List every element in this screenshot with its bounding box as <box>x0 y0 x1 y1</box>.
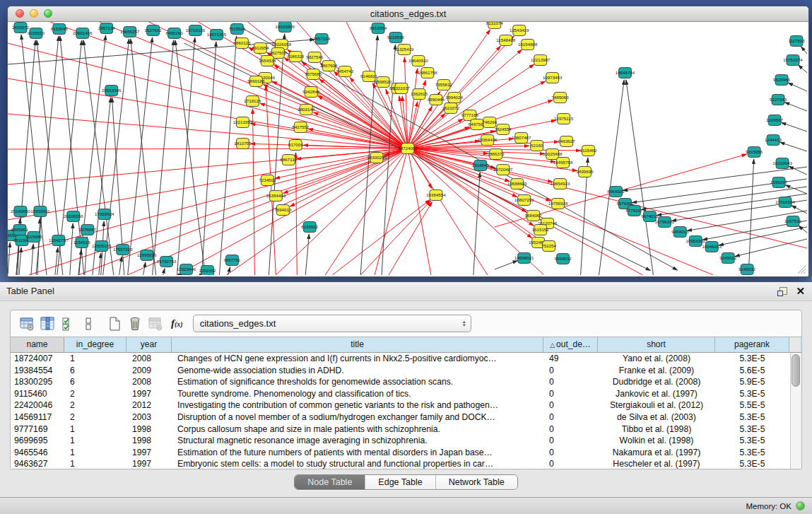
tab-network-table[interactable]: Network Table <box>436 475 517 489</box>
graph-node[interactable]: 9827546 <box>306 52 324 63</box>
graph-node[interactable]: 10688609 <box>507 179 527 189</box>
graph-node[interactable]: 10655257 <box>120 27 140 37</box>
graph-node[interactable]: 16033809 <box>276 22 295 33</box>
column-header-name[interactable]: name <box>11 337 64 352</box>
graph-node[interactable]: 10973493 <box>543 73 563 83</box>
resize-grip-icon[interactable] <box>801 269 806 274</box>
graph-node[interactable]: 1167530 <box>784 216 801 227</box>
graph-node[interactable]: 8912954 <box>252 43 269 54</box>
new-table-icon[interactable] <box>105 315 124 333</box>
graph-node[interactable]: 8466160 <box>166 28 184 39</box>
graph-node[interactable]: 12213987 <box>531 55 551 66</box>
column-header-title[interactable]: title <box>172 337 543 352</box>
tab-edge-table[interactable]: Edge Table <box>365 475 435 489</box>
graph-node[interactable]: 817004 <box>288 140 303 151</box>
table-row[interactable]: 977716911998Corpus callosum shape and si… <box>11 424 801 436</box>
function-builder-icon[interactable]: f(x) <box>171 317 183 329</box>
column-header-pagerank[interactable]: pagerank <box>715 337 789 352</box>
graph-node[interactable]: 8867110 <box>280 155 297 165</box>
minimize-window-icon[interactable] <box>30 9 38 18</box>
graph-node[interactable]: 19654923 <box>551 179 570 189</box>
table-panel-titlebar[interactable]: Table Panel ✕ <box>0 282 812 301</box>
graph-node[interactable]: 8860123 <box>233 38 251 49</box>
graph-node[interactable]: 1615152 <box>532 225 550 235</box>
graph-node[interactable]: 7515526 <box>228 24 246 35</box>
graph-node[interactable]: 19720407 <box>493 165 513 175</box>
table-row[interactable]: 1938455462009Genome-wide association stu… <box>11 365 801 377</box>
graph-node[interactable]: 15751074 <box>783 55 803 66</box>
delete-table-icon[interactable] <box>126 315 144 333</box>
column-header-out_degree[interactable]: △out_de… <box>543 337 598 352</box>
vertical-scrollbar[interactable] <box>790 353 801 469</box>
graph-node[interactable]: 3624554 <box>495 124 512 135</box>
graph-node[interactable]: 2803144 <box>298 105 315 115</box>
graph-node[interactable]: 20691406 <box>73 28 93 39</box>
graph-node[interactable]: 1599297 <box>770 177 788 188</box>
table-selector-dropdown[interactable]: citations_edges.txt ▲▼ <box>193 315 471 332</box>
graph-node[interactable]: 1322037 <box>393 83 411 94</box>
graph-node[interactable]: 9857791 <box>223 255 241 266</box>
graph-node[interactable]: 7886372 <box>488 149 505 160</box>
graph-node[interactable]: 1362615 <box>411 89 428 100</box>
graph-node[interactable]: 1810755 <box>234 139 252 149</box>
graph-node[interactable]: 12923446 <box>177 264 196 275</box>
graph-node[interactable]: 9694032 <box>555 254 572 264</box>
graph-node[interactable]: 18640910 <box>408 56 428 66</box>
table-row[interactable]: 1872400712008Changes of HCN gene express… <box>11 353 801 365</box>
select-column-icon[interactable] <box>38 315 57 333</box>
graph-node[interactable]: 1654338 <box>259 56 276 66</box>
graph-node[interactable]: 16154808 <box>518 40 538 50</box>
graph-node[interactable]: 9684067 <box>525 211 543 221</box>
resize-grip-icon[interactable] <box>804 271 806 274</box>
graph-node[interactable]: 9529966 <box>773 75 791 86</box>
graph-node[interactable]: 12975115 <box>554 114 574 124</box>
graph-node[interactable]: 25160650 <box>11 206 30 217</box>
graph-node[interactable]: 11325419 <box>394 45 414 55</box>
graph-node[interactable]: 9106510 <box>28 28 45 39</box>
table-row[interactable]: 1830029562008Estimation of significance … <box>11 376 801 388</box>
zoom-window-icon[interactable] <box>44 9 52 18</box>
graph-node[interactable]: 8153045 <box>51 24 69 35</box>
graph-node[interactable]: 1621072 <box>442 103 460 114</box>
graph-node[interactable]: 7234502 <box>259 175 276 186</box>
column-header-short[interactable]: short <box>598 337 715 352</box>
graph-node[interactable]: 8131074 <box>486 22 504 29</box>
table-settings-icon[interactable] <box>18 315 36 333</box>
graph-node[interactable]: 9227343 <box>770 95 787 105</box>
graph-node[interactable]: 7485063 <box>552 93 570 103</box>
graph-node[interactable]: 1244413 <box>765 135 782 146</box>
column-header-year[interactable]: year <box>126 337 172 352</box>
graph-node[interactable]: 1292302 <box>199 266 216 276</box>
graph-node[interactable]: 20206556 <box>64 211 83 222</box>
graph-node[interactable]: 2867608 <box>320 61 338 71</box>
graph-node[interactable]: 16861758 <box>418 68 437 78</box>
stacked-rows-icon[interactable] <box>79 315 98 333</box>
graph-node[interactable]: 9218596 <box>387 33 405 43</box>
graph-node[interactable]: 9975887 <box>79 225 97 235</box>
graph-node[interactable]: 1115689 <box>25 232 42 243</box>
window-titlebar[interactable]: citations_edges.txt <box>8 6 808 22</box>
graph-node[interactable]: 9115460 <box>580 146 597 156</box>
graph-node[interactable]: 1514845 <box>472 160 490 171</box>
graph-node[interactable]: 10807487 <box>512 133 531 144</box>
table-row[interactable]: 2242004622012Investigating the contribut… <box>11 399 801 411</box>
graph-node[interactable]: 10719155 <box>186 25 206 36</box>
graph-node[interactable]: 1154519 <box>73 238 90 248</box>
graph-node[interactable]: 7694013 <box>274 205 292 216</box>
graph-node[interactable]: 11548408 <box>496 35 516 46</box>
graph-node[interactable]: 12942757 <box>49 235 69 246</box>
graph-node[interactable]: 1209587 <box>766 115 784 126</box>
graph-node[interactable]: 9575685 <box>305 69 322 80</box>
graph-node[interactable]: 1527602 <box>145 25 163 36</box>
graph-node[interactable]: 9215956 <box>746 147 763 158</box>
graph-node[interactable]: 6779197 <box>625 206 643 216</box>
graph-node[interactable]: 16210643 <box>772 158 792 169</box>
graph-node[interactable]: 9890188 <box>247 76 265 87</box>
graph-node[interactable]: 8454743 <box>336 66 354 77</box>
graph-node[interactable]: 8427552 <box>292 122 310 133</box>
graph-node[interactable]: 1117503 <box>788 36 805 47</box>
graph-node[interactable]: 14671355 <box>207 30 227 40</box>
delete-column-icon[interactable] <box>146 315 165 333</box>
graph-node[interactable]: 17359924 <box>95 209 114 220</box>
graph-node[interactable]: 7955812 <box>435 80 453 90</box>
